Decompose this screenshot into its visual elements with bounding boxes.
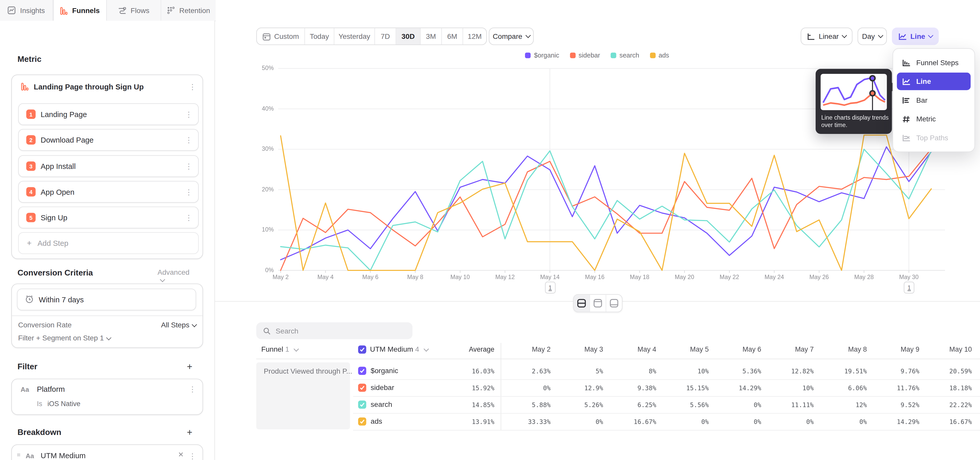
- x-axis-tick: May 8: [398, 273, 433, 280]
- day-column-header: May 7: [795, 345, 814, 353]
- annotation-marker[interactable]: 1: [545, 282, 555, 294]
- check-icon: [360, 347, 365, 352]
- check-icon: [360, 418, 365, 424]
- average-value: 15.92%: [472, 384, 494, 391]
- cell-value: 33.33%: [528, 418, 550, 425]
- series-name: ads: [371, 417, 382, 425]
- table-row-sidebar[interactable]: sidebar 15.92% 0% 12.9% 9.38% 15.15% 14.…: [353, 379, 980, 397]
- menu-item-top-paths[interactable]: Top Paths: [897, 129, 970, 147]
- x-axis-tick: May 26: [802, 273, 837, 280]
- y-axis-tick: 0%: [249, 267, 274, 273]
- line-chart-icon: [902, 77, 911, 85]
- day-column-header: May 5: [690, 345, 709, 353]
- series-name: $organic: [371, 367, 398, 374]
- bar-chart-icon: [902, 96, 911, 104]
- menu-item-metric[interactable]: Metric: [897, 110, 970, 128]
- cell-value: 0%: [806, 418, 814, 425]
- x-axis-tick: May 16: [577, 273, 612, 280]
- series-checkbox[interactable]: [358, 383, 366, 392]
- split-view-toggle[interactable]: [574, 295, 590, 311]
- x-axis-tick: May 14: [532, 273, 567, 280]
- cell-value: 9.38%: [638, 384, 656, 391]
- x-axis-tick: May 2: [263, 273, 298, 280]
- table-row-organic[interactable]: $organic 16.03% 2.63% 5% 8% 10% 5.36% 12…: [353, 363, 980, 380]
- breakdown-select-all-checkbox[interactable]: [358, 345, 366, 354]
- table-view-toggle[interactable]: [606, 295, 622, 311]
- cell-value: 5.36%: [742, 367, 761, 374]
- cell-value: 12.9%: [584, 384, 603, 391]
- funnel-cell-label: Product Viewed through P...: [264, 367, 352, 375]
- cell-value: 8%: [649, 367, 656, 374]
- cell-value: 12.82%: [791, 367, 814, 374]
- cell-value: 0%: [596, 418, 603, 425]
- cell-value: 15.15%: [686, 384, 709, 391]
- breakdown-column-label: UTM Medium: [370, 345, 413, 353]
- series-checkbox[interactable]: [358, 367, 366, 375]
- day-column-header: May 4: [638, 345, 656, 353]
- series-name: search: [371, 401, 392, 408]
- cell-value: 14.29%: [897, 418, 919, 425]
- chart-type-tooltip: Line charts display trends over time.: [816, 69, 892, 134]
- cell-value: 2.63%: [532, 367, 551, 374]
- series-checkbox[interactable]: [358, 417, 366, 425]
- cell-value: 5.88%: [532, 401, 551, 408]
- menu-item-label: Line: [916, 78, 931, 85]
- chart-view-toggle[interactable]: [590, 295, 606, 311]
- cell-value: 20.59%: [950, 367, 972, 374]
- cell-value: 0%: [754, 401, 761, 408]
- table-row-search[interactable]: search 14.85% 5.88% 5.26% 6.25% 5.56% 0%…: [353, 396, 980, 414]
- cell-value: 11.76%: [897, 384, 919, 391]
- check-icon: [360, 385, 365, 390]
- cell-value: 5.26%: [584, 401, 603, 408]
- cell-value: 0%: [543, 384, 551, 391]
- table-view-icon: [609, 299, 619, 308]
- x-axis-tick: May 6: [353, 273, 388, 280]
- cell-value: 18.18%: [950, 384, 972, 391]
- day-column-header: May 9: [900, 345, 919, 353]
- menu-item-label: Top Paths: [916, 134, 948, 141]
- menu-item-funnel-steps[interactable]: Funnel Steps: [897, 54, 970, 72]
- chevron-down-icon: [293, 346, 299, 351]
- series-name: sidebar: [371, 383, 394, 391]
- x-axis-tick: May 4: [308, 273, 343, 280]
- breakdown-column-header[interactable]: UTM Medium 4: [370, 345, 428, 353]
- cell-value: 0%: [701, 418, 709, 425]
- funnel-column-label: Funnel: [261, 345, 283, 353]
- series-line-organic: [281, 147, 932, 260]
- menu-item-label: Funnel Steps: [916, 59, 959, 66]
- cell-value: 11.11%: [791, 401, 814, 408]
- menu-item-label: Bar: [916, 96, 928, 104]
- search-input[interactable]: Search: [256, 322, 412, 339]
- chart-type-menu: Funnel Steps Line Bar Metric Top Paths: [892, 48, 975, 152]
- table-header-row: Funnel 1 UTM Medium 4 Average May 2 May …: [256, 343, 980, 359]
- check-icon: [360, 402, 365, 407]
- x-axis-tick: May 28: [846, 273, 881, 280]
- annotation-marker[interactable]: 1: [904, 282, 915, 294]
- layout-toggle-group: [573, 294, 622, 312]
- menu-item-line[interactable]: Line: [897, 73, 970, 90]
- x-axis-tick: May 24: [757, 273, 792, 280]
- average-value: 13.91%: [472, 418, 494, 425]
- day-column-header: May 6: [742, 345, 761, 353]
- average-value: 14.85%: [472, 401, 494, 408]
- table-row-ads[interactable]: ads 13.91% 33.33% 0% 16.67% 0% 0% 0% 0% …: [353, 413, 980, 431]
- menu-item-bar[interactable]: Bar: [897, 91, 970, 109]
- series-checkbox[interactable]: [358, 401, 366, 409]
- day-column-header: May 8: [848, 345, 867, 353]
- tooltip-text: Line charts display trends over time.: [821, 114, 889, 129]
- cell-value: 12%: [856, 401, 867, 408]
- funnel-steps-icon: [902, 59, 911, 67]
- average-column-header: Average: [469, 345, 494, 353]
- chevron-down-icon: [423, 346, 429, 351]
- funnel-cell[interactable]: Product Viewed through P...: [256, 363, 350, 429]
- cell-value: 14.29%: [738, 384, 761, 391]
- split-view-icon: [577, 299, 586, 308]
- x-axis-tick: May 12: [487, 273, 522, 280]
- y-axis-tick: 20%: [249, 186, 274, 193]
- cell-value: 0%: [754, 418, 761, 425]
- funnel-column-header[interactable]: Funnel 1: [261, 345, 298, 353]
- cell-value: 22.22%: [950, 401, 972, 408]
- check-icon: [360, 368, 365, 374]
- average-value: 16.03%: [472, 367, 494, 374]
- cell-value: 16.67%: [634, 418, 656, 425]
